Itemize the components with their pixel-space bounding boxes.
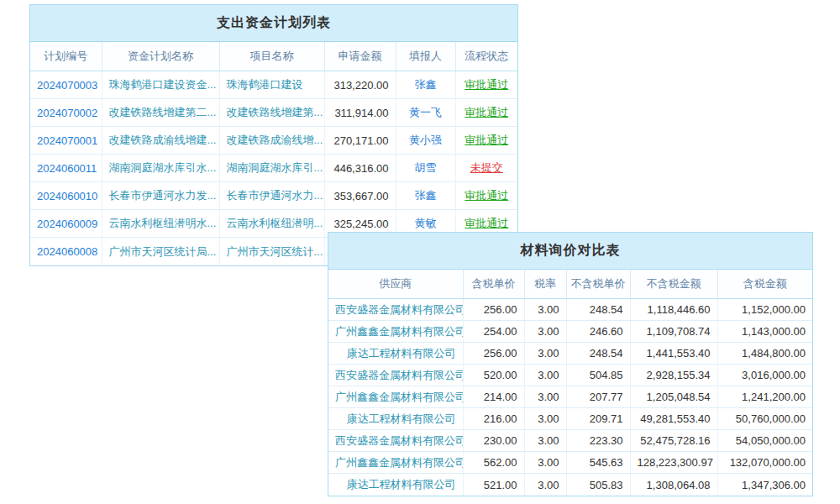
cell-person: 张鑫 — [396, 182, 455, 210]
cell-supplier[interactable]: 西安盛器金属材料有限公司 — [328, 299, 463, 321]
plan-list-header: 计划编号 资金计划名称 项目名称 申请金额 填报人 流程状态 — [30, 42, 517, 71]
cell-plan-name: 云南水利枢纽潜明水... — [102, 210, 219, 238]
cell-supplier[interactable]: 广州鑫鑫金属材料有限公司 — [328, 452, 463, 474]
cell-supplier[interactable]: 西安盛器金属材料有限公司 — [328, 365, 463, 386]
cell-project-name: 湖南洞庭湖水库引... — [219, 155, 324, 182]
cell-price-excl-tax: 248.54 — [566, 343, 630, 365]
cell-price-incl-tax: 214.00 — [463, 386, 524, 408]
cell-plan-name: 长春市伊通河水力发... — [102, 182, 219, 210]
cell-amount-incl-tax: 1,347,306.00 — [717, 474, 812, 496]
cell-tax-rate: 3.00 — [524, 299, 566, 321]
cell-price-excl-tax: 545.63 — [566, 452, 630, 474]
cell-price-incl-tax: 254.00 — [463, 321, 524, 343]
cell-supplier[interactable]: 康达工程材料有限公司 — [328, 408, 463, 430]
cell-plan-name: 改建铁路线增建第二... — [102, 99, 219, 127]
plan-list-title: 支出资金计划列表 — [30, 5, 517, 42]
col-plan-name: 资金计划名称 — [102, 42, 219, 71]
cell-plan-id[interactable]: 2024060008 — [30, 238, 102, 265]
cell-supplier[interactable]: 康达工程材料有限公司 — [328, 474, 463, 496]
cell-plan-name: 湖南洞庭湖水库引水... — [102, 155, 219, 182]
cell-project-name: 改建铁路线增建第... — [219, 99, 324, 127]
cell-price-excl-tax: 505.83 — [566, 474, 630, 496]
cell-price-incl-tax: 256.00 — [463, 343, 524, 365]
cell-amount: 311,914.00 — [324, 99, 396, 127]
cell-tax-rate: 3.00 — [524, 474, 566, 496]
cell-supplier[interactable]: 康达工程材料有限公司 — [328, 343, 463, 365]
cell-amount: 446,316.00 — [324, 155, 396, 182]
cell-amount-excl-tax: 49,281,553.40 — [630, 408, 717, 430]
col-project-name: 项目名称 — [219, 42, 324, 71]
cell-status-link[interactable]: 审批通过 — [455, 182, 517, 210]
col-supplier: 供应商 — [328, 270, 463, 299]
cell-plan-id[interactable]: 2024060010 — [30, 182, 102, 210]
cell-amount-excl-tax: 52,475,728.16 — [630, 430, 717, 452]
cell-plan-name: 广州市天河区统计局... — [102, 238, 219, 265]
cell-supplier[interactable]: 广州鑫鑫金属材料有限公司 — [328, 321, 463, 343]
cell-amount: 270,171.00 — [324, 127, 396, 155]
cell-plan-id[interactable]: 2024060011 — [30, 155, 102, 182]
col-status: 流程状态 — [455, 42, 517, 71]
table-row: 康达工程材料有限公司 216.00 3.00 209.71 49,281,553… — [328, 408, 812, 430]
cell-price-incl-tax: 256.00 — [463, 299, 524, 321]
col-amount: 申请金额 — [324, 42, 396, 71]
cell-plan-id[interactable]: 2024070002 — [30, 99, 102, 127]
quote-compare-header: 供应商 含税单价 税率 不含税单价 不含税金额 含税金额 — [328, 270, 812, 299]
quote-compare-title: 材料询价对比表 — [328, 233, 812, 270]
cell-amount-incl-tax: 1,152,000.00 — [717, 299, 812, 321]
cell-project-name: 广州市天河区统计... — [219, 238, 324, 265]
table-row: 康达工程材料有限公司 521.00 3.00 505.83 1,308,064.… — [328, 474, 812, 496]
col-amount-incl-tax: 含税金额 — [717, 270, 812, 299]
cell-project-name: 云南水利枢纽潜明... — [219, 210, 324, 238]
col-price-excl-tax: 不含税单价 — [566, 270, 630, 299]
cell-amount-excl-tax: 1,441,553.40 — [630, 343, 717, 365]
cell-tax-rate: 3.00 — [524, 386, 566, 408]
col-amount-excl-tax: 不含税金额 — [630, 270, 717, 299]
cell-tax-rate: 3.00 — [524, 321, 566, 343]
cell-amount-incl-tax: 50,760,000.00 — [717, 408, 812, 430]
cell-project-name: 珠海鹤港口建设 — [219, 71, 324, 99]
table-row: 2024070001 改建铁路成渝线增建... 改建铁路成渝线增... 270,… — [30, 127, 517, 155]
cell-plan-id[interactable]: 2024070003 — [30, 71, 102, 99]
cell-project-name: 长春市伊通河水力... — [219, 182, 324, 210]
cell-status-link[interactable]: 审批通过 — [455, 127, 517, 155]
cell-status-link[interactable]: 未提交 — [455, 155, 517, 182]
col-person: 填报人 — [396, 42, 455, 71]
cell-tax-rate: 3.00 — [524, 430, 566, 452]
cell-tax-rate: 3.00 — [524, 365, 566, 386]
cell-tax-rate: 3.00 — [524, 452, 566, 474]
cell-price-incl-tax: 230.00 — [463, 430, 524, 452]
cell-plan-id[interactable]: 2024060009 — [30, 210, 102, 238]
cell-project-name: 改建铁路成渝线增... — [219, 127, 324, 155]
cell-price-excl-tax: 223.30 — [566, 430, 630, 452]
cell-status-link[interactable]: 审批通过 — [455, 71, 517, 99]
cell-amount-incl-tax: 3,016,000.00 — [717, 365, 812, 386]
col-tax-rate: 税率 — [524, 270, 566, 299]
cell-amount-excl-tax: 1,308,064.08 — [630, 474, 717, 496]
cell-tax-rate: 3.00 — [524, 408, 566, 430]
cell-price-excl-tax: 207.77 — [566, 386, 630, 408]
cell-amount: 313,220.00 — [324, 71, 396, 99]
cell-person: 黄一飞 — [396, 99, 455, 127]
cell-person: 黄小强 — [396, 127, 455, 155]
cell-status-link[interactable]: 审批通过 — [455, 99, 517, 127]
cell-supplier[interactable]: 广州鑫鑫金属材料有限公司 — [328, 386, 463, 408]
cell-price-excl-tax: 248.54 — [566, 299, 630, 321]
cell-plan-name: 改建铁路成渝线增建... — [102, 127, 219, 155]
table-row: 西安盛器金属材料有限公司 230.00 3.00 223.30 52,475,7… — [328, 430, 812, 452]
table-row: 西安盛器金属材料有限公司 520.00 3.00 504.85 2,928,15… — [328, 365, 812, 386]
cell-amount-excl-tax: 1,205,048.54 — [630, 386, 717, 408]
cell-amount-incl-tax: 1,484,800.00 — [717, 343, 812, 365]
cell-price-incl-tax: 520.00 — [463, 365, 524, 386]
col-price-incl-tax: 含税单价 — [463, 270, 524, 299]
cell-amount-incl-tax: 132,070,000.00 — [717, 452, 812, 474]
table-row: 广州鑫鑫金属材料有限公司 214.00 3.00 207.77 1,205,04… — [328, 386, 812, 408]
cell-person: 张鑫 — [396, 71, 455, 99]
cell-plan-id[interactable]: 2024070001 — [30, 127, 102, 155]
table-row: 2024070003 珠海鹤港口建设资金... 珠海鹤港口建设 313,220.… — [30, 71, 517, 99]
table-row: 2024060011 湖南洞庭湖水库引水... 湖南洞庭湖水库引... 446,… — [30, 155, 517, 182]
table-row: 康达工程材料有限公司 256.00 3.00 248.54 1,441,553.… — [328, 343, 812, 365]
quote-compare-panel: 材料询价对比表 供应商 含税单价 税率 不含税单价 不含税金额 含税金额 西安盛… — [328, 232, 813, 496]
table-row: 广州鑫鑫金属材料有限公司 254.00 3.00 246.60 1,109,70… — [328, 321, 812, 343]
cell-price-incl-tax: 521.00 — [463, 474, 524, 496]
cell-supplier[interactable]: 西安盛器金属材料有限公司 — [328, 430, 463, 452]
